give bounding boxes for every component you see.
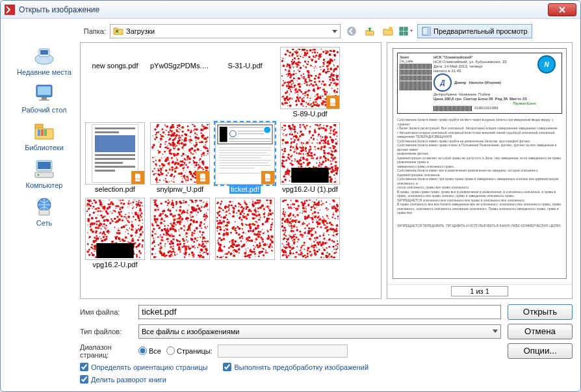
options-button[interactable]: Опции... (508, 343, 573, 359)
svg-point-1619 (90, 229, 92, 231)
svg-point-2497 (231, 227, 234, 229)
file-item[interactable]: pYw0SgzPDMs.jpg (148, 47, 212, 118)
svg-point-910 (283, 153, 284, 155)
svg-point-2749 (290, 248, 292, 250)
preprocess-checkbox[interactable]: Выполнять предобработку изображений (223, 363, 368, 371)
places-bar: Недавние местаРабочий столБиблиотекиКомп… (8, 42, 80, 299)
svg-point-1843 (172, 215, 175, 217)
svg-point-1036 (320, 156, 322, 157)
svg-point-1017 (309, 141, 309, 142)
svg-point-2122 (163, 223, 164, 224)
filetype-select[interactable]: Все файлы с изображениями (138, 324, 501, 339)
svg-point-448 (151, 146, 154, 148)
svg-point-2040 (166, 238, 168, 240)
svg-point-2688 (331, 206, 333, 207)
svg-point-793 (181, 146, 183, 148)
svg-point-1202 (317, 148, 319, 150)
svg-point-219 (331, 77, 333, 79)
file-item[interactable]: PDFsnylpnw_U.pdf (148, 122, 212, 194)
svg-point-2583 (282, 229, 284, 231)
svg-point-302 (287, 70, 287, 71)
svg-point-2225 (264, 231, 265, 232)
file-item[interactable] (213, 198, 277, 269)
svg-point-441 (336, 91, 338, 93)
svg-point-640 (165, 170, 168, 172)
svg-point-41 (314, 70, 315, 71)
folder-dropdown[interactable]: Загрузки (110, 24, 341, 38)
svg-point-2111 (173, 245, 174, 246)
svg-point-69 (316, 52, 318, 53)
open-button[interactable]: Открыть (508, 304, 573, 320)
svg-point-1255 (318, 142, 321, 144)
place-computer[interactable]: Компьютер (8, 158, 80, 189)
place-libraries[interactable]: Библиотеки (8, 120, 80, 151)
pages-range-radio[interactable]: Страницы: (166, 346, 213, 355)
file-list[interactable]: new songs.pdfpYw0SgzPDMs.jpgS-31-U.pdfPD… (80, 42, 381, 299)
orientation-checkbox[interactable]: Определять ориентацию страницы (80, 363, 207, 371)
new-folder-button[interactable] (381, 24, 395, 38)
svg-point-2042 (200, 252, 201, 254)
up-button[interactable] (363, 24, 377, 38)
back-button[interactable] (344, 24, 359, 38)
svg-point-27 (316, 87, 319, 90)
svg-point-319 (336, 79, 337, 80)
file-item[interactable] (148, 198, 212, 269)
svg-point-1986 (192, 216, 194, 218)
file-item[interactable]: S-31-U.pdf (213, 47, 277, 118)
file-item[interactable]: PDFS-89-U.pdf (278, 47, 342, 118)
svg-point-2863 (305, 211, 307, 213)
svg-point-1438 (118, 211, 120, 213)
file-item[interactable]: PDFticket.pdf (213, 122, 277, 194)
svg-point-2683 (307, 255, 309, 257)
svg-point-1006 (318, 133, 320, 135)
place-network[interactable]: Сеть (8, 196, 80, 227)
svg-point-2146 (196, 221, 198, 224)
file-item[interactable]: vpg16.2-U (1).pdf (278, 122, 342, 194)
pages-all-radio[interactable]: Все (138, 346, 161, 355)
file-item[interactable]: PDFselection.pdf (83, 122, 147, 194)
svg-point-2089 (157, 207, 159, 209)
svg-point-2558 (216, 230, 218, 231)
close-button[interactable] (548, 3, 576, 16)
svg-point-2989 (323, 233, 324, 234)
svg-point-1083 (323, 142, 324, 144)
filename-input[interactable] (138, 305, 501, 319)
svg-point-492 (165, 144, 166, 145)
preview-toggle[interactable]: Предварительный просмотр (417, 24, 532, 38)
svg-point-1303 (315, 128, 315, 129)
svg-point-1431 (118, 229, 120, 231)
svg-point-2884 (329, 203, 331, 205)
svg-point-2824 (283, 233, 285, 235)
svg-point-998 (300, 157, 302, 158)
place-desktop[interactable]: Рабочий стол (8, 83, 80, 114)
file-item[interactable]: vpg16.2-U.pdf (83, 198, 147, 269)
svg-point-1402 (94, 200, 96, 202)
file-name: selection.pdf (94, 185, 136, 194)
svg-point-1171 (289, 171, 290, 172)
view-icon (399, 26, 413, 36)
svg-point-2560 (240, 218, 242, 220)
svg-point-126 (292, 73, 295, 76)
svg-point-2807 (317, 223, 319, 225)
cancel-button[interactable]: Отмена (508, 324, 573, 339)
place-recent[interactable]: Недавние места (8, 45, 80, 76)
pages-range-input[interactable] (218, 345, 348, 358)
pdf-badge-icon: PDF (261, 171, 274, 184)
svg-point-1309 (316, 163, 317, 164)
svg-point-2323 (239, 252, 240, 254)
svg-point-1404 (101, 216, 103, 218)
svg-point-2488 (223, 238, 226, 241)
svg-point-2890 (302, 255, 305, 257)
svg-point-2531 (259, 202, 261, 203)
svg-point-1246 (281, 138, 284, 141)
file-item[interactable] (278, 198, 342, 269)
svg-point-352 (289, 102, 290, 103)
split-spread-checkbox[interactable]: Делить разворот книги (80, 375, 166, 384)
svg-point-737 (199, 162, 200, 163)
file-item[interactable]: new songs.pdf (83, 47, 147, 118)
svg-point-2979 (331, 224, 333, 226)
svg-point-2540 (231, 241, 234, 244)
view-menu-button[interactable] (399, 24, 413, 38)
svg-point-71 (298, 58, 300, 60)
svg-point-750 (164, 124, 166, 125)
